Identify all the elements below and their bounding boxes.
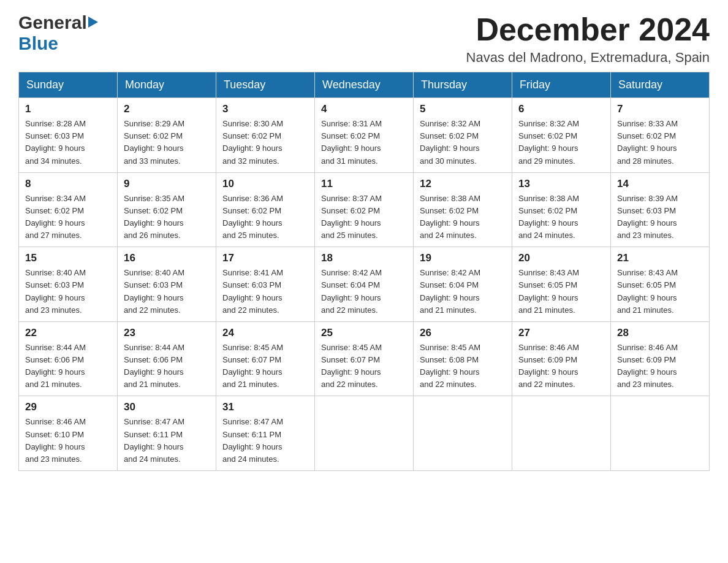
day-info: Sunrise: 8:28 AMSunset: 6:03 PMDaylight:… <box>25 118 111 167</box>
day-info: Sunrise: 8:43 AMSunset: 6:05 PMDaylight:… <box>617 267 703 316</box>
day-number: 16 <box>124 252 210 264</box>
calendar-cell: 5 Sunrise: 8:32 AMSunset: 6:02 PMDayligh… <box>414 98 512 173</box>
weekday-header-saturday: Saturday <box>611 72 710 98</box>
day-info: Sunrise: 8:45 AMSunset: 6:07 PMDaylight:… <box>222 342 308 391</box>
day-info: Sunrise: 8:32 AMSunset: 6:02 PMDaylight:… <box>518 118 604 167</box>
calendar-cell <box>414 396 512 471</box>
calendar-cell: 22 Sunrise: 8:44 AMSunset: 6:06 PMDaylig… <box>19 321 118 396</box>
calendar-cell: 9 Sunrise: 8:35 AMSunset: 6:02 PMDayligh… <box>118 172 216 247</box>
day-info: Sunrise: 8:47 AMSunset: 6:11 PMDaylight:… <box>222 416 308 465</box>
day-info: Sunrise: 8:40 AMSunset: 6:03 PMDaylight:… <box>25 267 111 316</box>
day-number: 22 <box>25 327 111 339</box>
day-number: 14 <box>617 178 703 190</box>
calendar-cell <box>512 396 611 471</box>
calendar-week-2: 8 Sunrise: 8:34 AMSunset: 6:02 PMDayligh… <box>19 172 710 247</box>
day-info: Sunrise: 8:44 AMSunset: 6:06 PMDaylight:… <box>124 342 210 391</box>
day-info: Sunrise: 8:46 AMSunset: 6:10 PMDaylight:… <box>25 416 111 465</box>
day-info: Sunrise: 8:47 AMSunset: 6:11 PMDaylight:… <box>124 416 210 465</box>
day-number: 10 <box>222 178 308 190</box>
day-number: 12 <box>420 178 506 190</box>
day-number: 31 <box>222 401 308 413</box>
logo: General Blue <box>18 12 98 54</box>
day-info: Sunrise: 8:34 AMSunset: 6:02 PMDaylight:… <box>25 193 111 242</box>
day-number: 1 <box>25 103 111 115</box>
calendar-cell: 19 Sunrise: 8:42 AMSunset: 6:04 PMDaylig… <box>414 247 512 322</box>
calendar-cell: 24 Sunrise: 8:45 AMSunset: 6:07 PMDaylig… <box>216 321 315 396</box>
day-number: 18 <box>321 252 407 264</box>
day-number: 20 <box>518 252 604 264</box>
calendar-week-3: 15 Sunrise: 8:40 AMSunset: 6:03 PMDaylig… <box>19 247 710 322</box>
day-info: Sunrise: 8:31 AMSunset: 6:02 PMDaylight:… <box>321 118 407 167</box>
day-number: 25 <box>321 327 407 339</box>
day-info: Sunrise: 8:38 AMSunset: 6:02 PMDaylight:… <box>420 193 506 242</box>
day-number: 29 <box>25 401 111 413</box>
day-info: Sunrise: 8:39 AMSunset: 6:03 PMDaylight:… <box>617 193 703 242</box>
day-number: 4 <box>321 103 407 115</box>
weekday-header-sunday: Sunday <box>19 72 118 98</box>
weekday-header-thursday: Thursday <box>414 72 512 98</box>
day-number: 30 <box>124 401 210 413</box>
day-number: 13 <box>518 178 604 190</box>
day-info: Sunrise: 8:46 AMSunset: 6:09 PMDaylight:… <box>617 342 703 391</box>
day-info: Sunrise: 8:45 AMSunset: 6:08 PMDaylight:… <box>420 342 506 391</box>
calendar-week-5: 29 Sunrise: 8:46 AMSunset: 6:10 PMDaylig… <box>19 396 710 471</box>
day-number: 26 <box>420 327 506 339</box>
day-info: Sunrise: 8:45 AMSunset: 6:07 PMDaylight:… <box>321 342 407 391</box>
calendar-cell: 18 Sunrise: 8:42 AMSunset: 6:04 PMDaylig… <box>315 247 414 322</box>
calendar-cell: 15 Sunrise: 8:40 AMSunset: 6:03 PMDaylig… <box>19 247 118 322</box>
day-info: Sunrise: 8:44 AMSunset: 6:06 PMDaylight:… <box>25 342 111 391</box>
weekday-header-wednesday: Wednesday <box>315 72 414 98</box>
calendar-cell: 28 Sunrise: 8:46 AMSunset: 6:09 PMDaylig… <box>611 321 710 396</box>
logo-blue-text: Blue <box>18 33 58 54</box>
calendar-cell: 17 Sunrise: 8:41 AMSunset: 6:03 PMDaylig… <box>216 247 315 322</box>
calendar-cell: 30 Sunrise: 8:47 AMSunset: 6:11 PMDaylig… <box>118 396 216 471</box>
logo-general-text: General <box>18 12 87 33</box>
title-section: December 2024 Navas del Madrono, Extrema… <box>466 12 710 66</box>
day-number: 7 <box>617 103 703 115</box>
day-info: Sunrise: 8:37 AMSunset: 6:02 PMDaylight:… <box>321 193 407 242</box>
calendar-cell: 2 Sunrise: 8:29 AMSunset: 6:02 PMDayligh… <box>118 98 216 173</box>
calendar-cell <box>315 396 414 471</box>
calendar-cell: 10 Sunrise: 8:36 AMSunset: 6:02 PMDaylig… <box>216 172 315 247</box>
calendar-cell: 11 Sunrise: 8:37 AMSunset: 6:02 PMDaylig… <box>315 172 414 247</box>
month-title: December 2024 <box>466 12 710 47</box>
calendar-cell: 23 Sunrise: 8:44 AMSunset: 6:06 PMDaylig… <box>118 321 216 396</box>
calendar-cell <box>611 396 710 471</box>
calendar-cell: 14 Sunrise: 8:39 AMSunset: 6:03 PMDaylig… <box>611 172 710 247</box>
day-info: Sunrise: 8:43 AMSunset: 6:05 PMDaylight:… <box>518 267 604 316</box>
day-info: Sunrise: 8:29 AMSunset: 6:02 PMDaylight:… <box>124 118 210 167</box>
calendar-cell: 7 Sunrise: 8:33 AMSunset: 6:02 PMDayligh… <box>611 98 710 173</box>
day-number: 6 <box>518 103 604 115</box>
calendar-table: SundayMondayTuesdayWednesdayThursdayFrid… <box>18 72 710 471</box>
day-info: Sunrise: 8:32 AMSunset: 6:02 PMDaylight:… <box>420 118 506 167</box>
day-info: Sunrise: 8:42 AMSunset: 6:04 PMDaylight:… <box>321 267 407 316</box>
calendar-cell: 26 Sunrise: 8:45 AMSunset: 6:08 PMDaylig… <box>414 321 512 396</box>
weekday-header-friday: Friday <box>512 72 611 98</box>
day-info: Sunrise: 8:40 AMSunset: 6:03 PMDaylight:… <box>124 267 210 316</box>
calendar-cell: 13 Sunrise: 8:38 AMSunset: 6:02 PMDaylig… <box>512 172 611 247</box>
calendar-cell: 8 Sunrise: 8:34 AMSunset: 6:02 PMDayligh… <box>19 172 118 247</box>
day-number: 27 <box>518 327 604 339</box>
day-number: 17 <box>222 252 308 264</box>
location-title: Navas del Madrono, Extremadura, Spain <box>466 50 710 66</box>
calendar-cell: 21 Sunrise: 8:43 AMSunset: 6:05 PMDaylig… <box>611 247 710 322</box>
calendar-week-4: 22 Sunrise: 8:44 AMSunset: 6:06 PMDaylig… <box>19 321 710 396</box>
weekday-header-monday: Monday <box>118 72 216 98</box>
day-number: 23 <box>124 327 210 339</box>
calendar-cell: 6 Sunrise: 8:32 AMSunset: 6:02 PMDayligh… <box>512 98 611 173</box>
calendar-cell: 16 Sunrise: 8:40 AMSunset: 6:03 PMDaylig… <box>118 247 216 322</box>
day-number: 15 <box>25 252 111 264</box>
day-number: 2 <box>124 103 210 115</box>
day-number: 8 <box>25 178 111 190</box>
day-number: 9 <box>124 178 210 190</box>
calendar-cell: 29 Sunrise: 8:46 AMSunset: 6:10 PMDaylig… <box>19 396 118 471</box>
day-info: Sunrise: 8:35 AMSunset: 6:02 PMDaylight:… <box>124 193 210 242</box>
weekday-header-tuesday: Tuesday <box>216 72 315 98</box>
logo-arrow-icon <box>88 17 98 28</box>
calendar-cell: 4 Sunrise: 8:31 AMSunset: 6:02 PMDayligh… <box>315 98 414 173</box>
day-number: 11 <box>321 178 407 190</box>
day-info: Sunrise: 8:33 AMSunset: 6:02 PMDaylight:… <box>617 118 703 167</box>
calendar-cell: 20 Sunrise: 8:43 AMSunset: 6:05 PMDaylig… <box>512 247 611 322</box>
day-info: Sunrise: 8:41 AMSunset: 6:03 PMDaylight:… <box>222 267 308 316</box>
day-info: Sunrise: 8:46 AMSunset: 6:09 PMDaylight:… <box>518 342 604 391</box>
